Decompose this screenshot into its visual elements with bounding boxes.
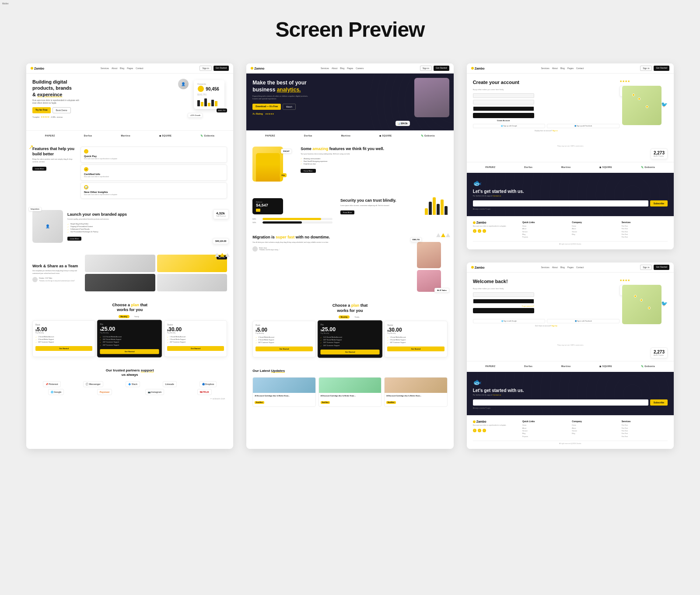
- welcome-email-input[interactable]: [473, 292, 534, 297]
- welcome-password-input[interactable]: [473, 299, 534, 304]
- footer-social-icons: f t i: [473, 229, 519, 233]
- card3a-logo: Zambo: [471, 67, 485, 70]
- pricing-basic: Basic $5.00 Pay Monthly 1 Social Media A…: [32, 320, 95, 357]
- card2-amazing: $34,547 30m Some amazing features we thi…: [246, 141, 453, 187]
- social-btns: 🌐 Sign up with Google 📘 Sign up with Fac…: [473, 124, 620, 128]
- card2-security: Wallet Balance $4,547 84%: [246, 188, 453, 229]
- card1-hero: Building digitalproducts, brands& expere…: [26, 74, 233, 130]
- welcome-form: Forgot password? Sign In: [473, 292, 534, 317]
- footer-fb-icon-2[interactable]: f: [473, 429, 476, 432]
- twitter-icon: 🐦: [661, 102, 668, 108]
- card1-launch: Integrations 👤 Launch your own branded a…: [26, 205, 233, 248]
- launch-rating-badge: 4,32k Total Revenue: [213, 209, 229, 219]
- card2-nav: Zamno Services About Blog Pages Careers …: [246, 63, 453, 74]
- forgot-password-link[interactable]: Forgot password?: [473, 305, 534, 307]
- fish-icon-2: 🐟: [473, 378, 668, 386]
- pricing-starter: Starter $30.00 Pay Monthly 1 Social Medi…: [164, 320, 227, 357]
- subscribe-btn-2[interactable]: Subscribe: [650, 399, 668, 406]
- password-input[interactable]: [473, 106, 534, 111]
- footer-fb-icon[interactable]: f: [473, 229, 476, 233]
- pricing2-basic: Basic $5.00 Pay Monthly 1 Social Media A…: [252, 321, 315, 357]
- wallet-card: Balance $4,547: [252, 198, 283, 214]
- partners-logos: 📌 Pinterest 💬 Messenger 🔷 Slack Limeade …: [32, 381, 227, 387]
- deco-shapes: [215, 253, 230, 257]
- card2-brands: PAPERZ Dorfas Martino ◼ SQUIRE 🦎 Gobonia: [246, 130, 453, 140]
- card3a-main: Create your account Enjoy what makes you…: [467, 74, 674, 144]
- card3a-footer: Zambo Duis aute irure dolor in reprehend…: [467, 216, 674, 249]
- bar-row-1: 84%: [252, 218, 332, 220]
- email-subscribe-input[interactable]: [473, 200, 648, 206]
- update-2: A Discount Cartridge disc Is Better Evan…: [318, 377, 382, 407]
- card1-pricing: Choose a plan thatworks for you Monthly …: [26, 298, 233, 362]
- previews-grid: Zambo Services About Blog Pages Contact …: [26, 63, 674, 449]
- card1-nav-btns: Sign in Get Started: [200, 66, 229, 71]
- lets-start-form-2: Subscribe: [473, 399, 668, 406]
- migration-img: $182,751: [410, 235, 448, 292]
- footer-tw-icon-2[interactable]: t: [478, 429, 481, 432]
- preview-card-2: Zamno Services About Blog Pages Careers …: [246, 63, 453, 449]
- card1-brands: PAPERZ Dorfas Martino ◼ SQUIRE 🦎 Gobonia: [26, 130, 233, 140]
- hero-avatar: 👤: [177, 78, 189, 90]
- migration-badge: $182,751: [410, 237, 422, 242]
- rating-stars: ★★★★: [620, 80, 668, 83]
- updates-grid: A Discount Cartridge disc Is Better Evan…: [252, 377, 447, 407]
- page-title: Screen Preview: [26, 18, 674, 42]
- bar-fill-1: [262, 218, 321, 220]
- card1-nav: Zambo Services About Blog Pages Contact …: [26, 63, 233, 74]
- migration-user-row: Robert Jones "Fantastic, love the way to…: [252, 246, 406, 252]
- pricing-pro: Pro $25.00 Pay Monthly 5-15 Social Media…: [97, 319, 163, 357]
- welcome-social-btns: 🌐 Sign in with Google 📘 Sign in with Fac…: [473, 319, 620, 323]
- card1-logo: Zambo: [31, 67, 44, 70]
- launch-img: 👤: [32, 210, 63, 243]
- pricing2-toggle: Monthly Yearly: [252, 315, 447, 318]
- welcome-twitter-icon: 🐦: [661, 301, 668, 307]
- update-3: A Discount Cartridge disc Is Better Evan…: [384, 377, 447, 407]
- name-input[interactable]: [473, 93, 534, 98]
- work-avatar: [32, 277, 38, 282]
- migration-badge-2: $4.37 Sales: [434, 288, 449, 293]
- footer-ig-icon[interactable]: i: [483, 229, 486, 233]
- pricing2-cards: Basic $5.00 Pay Monthly 1 Social Media A…: [252, 321, 447, 357]
- card3b-nav: Zambo Services About Blog Pages Contact …: [467, 262, 674, 273]
- footer-tw-icon[interactable]: t: [478, 229, 481, 233]
- pricing2-pro: Pro $25.00 Pay Monthly 5-15 Social Media…: [317, 320, 383, 358]
- work-user-row: Christina · 2,517 Sales "Fantastic, love…: [32, 277, 80, 282]
- quick-pay-icon: ⚡: [84, 149, 88, 154]
- card2-migration: Migration is super fast with no downtime…: [246, 230, 453, 297]
- trust-text: They say we are 100% customers: [467, 144, 674, 148]
- card3a-brands: PAPERZ Dorfas Martino ◼ SQUIRE 🦎 Gobonia: [467, 162, 674, 172]
- certified-icon: ✓: [84, 167, 88, 172]
- stats-badge-2: 2,273 Active Projects: [651, 148, 668, 159]
- welcome-stats-2: 2,273 Active Projects: [651, 347, 668, 358]
- signin-btn[interactable]: [473, 308, 534, 313]
- welcome-rating-stars: ★★★★: [620, 279, 668, 282]
- feature-card-2: ✓ Certified Info Duis aute irure dolor i…: [80, 164, 227, 181]
- welcome-map-float: [622, 285, 662, 324]
- card1-nav-links: Services About Blog Pages Contact: [101, 67, 144, 70]
- card3b-footer: Zambo Duis aute irure dolor in reprehend…: [467, 415, 674, 448]
- card2-updates: Our Latest Updates A Discount Cartridge …: [246, 364, 453, 412]
- subscribe-btn[interactable]: Subscribe: [650, 200, 668, 206]
- feature-card-3: 📊 New Other Insights Duis aute irure dol…: [80, 182, 227, 199]
- insights-icon: 📊: [84, 185, 88, 189]
- pricing2-starter: Starter $30.00 Pay Monthly 1 Social Medi…: [384, 321, 447, 357]
- lets-start-form: Subscribe: [473, 200, 668, 206]
- card2-dark-hero: Make the best of your business analytics…: [246, 74, 453, 130]
- hero-float-card: Rewards 90,456 $162,751: [194, 80, 224, 109]
- google-btn[interactable]: 🌐 Sign up with Google: [473, 124, 546, 128]
- email-subscribe-input-2[interactable]: [473, 399, 648, 406]
- wallet-chip: [256, 209, 260, 212]
- card1-work: Work & Share as a Team Use templates per…: [26, 249, 233, 297]
- hero-title: Building digitalproducts, brands& expere…: [32, 79, 85, 98]
- page-container: Screen Preview Zambo Services About Blog…: [0, 0, 700, 595]
- footer-ig-icon-2[interactable]: i: [483, 429, 486, 432]
- dark-hero-badge: 📊 $84.5k: [396, 121, 410, 126]
- welcome-google-btn[interactable]: 🌐 Sign in with Google: [473, 319, 546, 323]
- card2-logo: Zamno: [251, 67, 264, 70]
- facebook-btn[interactable]: 📘 Sign up with Facebook: [547, 124, 620, 128]
- feature-card-1: ⚡ Quick Pay Duis aute irure dolor in rep…: [80, 147, 227, 163]
- right-column: Zambo Services About Blog Pages Contact …: [467, 63, 674, 449]
- email-input[interactable]: [473, 100, 534, 105]
- welcome-facebook-btn[interactable]: 📘 Sign in with Facebook: [547, 319, 620, 323]
- create-account-btn[interactable]: [473, 113, 534, 118]
